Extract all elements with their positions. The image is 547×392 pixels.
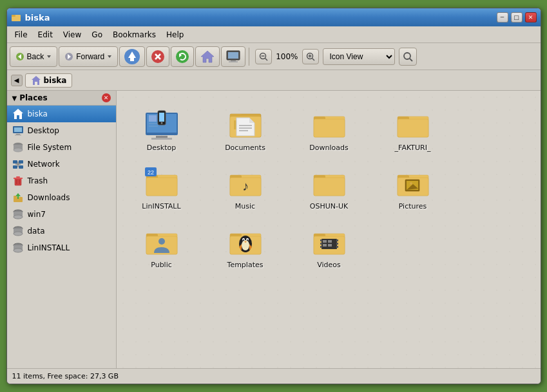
menu-bookmarks[interactable]: Bookmarks bbox=[108, 28, 161, 41]
maximize-button[interactable]: □ bbox=[511, 12, 523, 23]
documents-file-icon bbox=[227, 107, 264, 141]
lininstall-sidebar-icon bbox=[12, 242, 24, 254]
sidebar-item-desktop[interactable]: Desktop bbox=[7, 122, 116, 139]
svg-line-29 bbox=[410, 59, 412, 61]
svg-rect-132 bbox=[320, 243, 322, 245]
stop-icon bbox=[151, 50, 165, 64]
back-button[interactable]: Back bbox=[10, 46, 58, 67]
svg-rect-134 bbox=[336, 239, 338, 241]
file-item-fakturi[interactable]: _FAKTURI_ bbox=[381, 104, 445, 156]
svg-rect-46 bbox=[14, 178, 23, 179]
reload-icon bbox=[175, 50, 189, 64]
sidebar-close-button[interactable]: ✕ bbox=[102, 93, 111, 102]
location-back-arrow[interactable]: ◀ bbox=[11, 75, 23, 86]
file-item-downloads[interactable]: Downloads bbox=[297, 104, 361, 156]
status-text: 11 items, Free space: 27,3 GB bbox=[12, 372, 119, 380]
view-select[interactable]: Icon View List View Compact View bbox=[323, 48, 395, 65]
sidebar-item-win7[interactable]: win7 bbox=[7, 206, 116, 223]
file-item-music[interactable]: ♪ Music bbox=[213, 162, 278, 214]
file-item-desktop[interactable]: Desktop bbox=[130, 104, 194, 156]
menu-file[interactable]: File bbox=[10, 28, 33, 41]
videos-file-icon bbox=[311, 225, 347, 258]
toolbar: Back Forward bbox=[7, 43, 541, 70]
sidebar-item-downloads[interactable]: Downloads bbox=[7, 189, 116, 206]
file-item-videos[interactable]: Videos bbox=[297, 221, 361, 273]
close-button[interactable]: ✕ bbox=[525, 12, 537, 23]
sidebar-item-data[interactable]: data bbox=[7, 223, 116, 239]
computer-button[interactable] bbox=[221, 46, 245, 67]
sidebar-item-filesystem[interactable]: File System bbox=[7, 139, 116, 156]
network-icon bbox=[12, 158, 24, 170]
forward-icon bbox=[64, 52, 73, 61]
svg-marker-31 bbox=[13, 109, 23, 119]
minimize-button[interactable]: ─ bbox=[497, 12, 508, 23]
sidebar-item-network[interactable]: Network bbox=[7, 156, 116, 173]
sidebar-item-trash[interactable]: Trash bbox=[7, 173, 116, 189]
desktop-label: Desktop bbox=[147, 144, 176, 152]
forward-arrow-icon bbox=[107, 54, 112, 59]
up-button[interactable] bbox=[119, 46, 145, 67]
menu-edit[interactable]: Edit bbox=[33, 28, 58, 41]
svg-rect-129 bbox=[323, 244, 327, 247]
path-home-icon bbox=[31, 75, 41, 86]
menu-go[interactable]: Go bbox=[86, 28, 108, 41]
desktop-file-icon bbox=[144, 107, 180, 141]
filesystem-icon bbox=[12, 142, 24, 153]
zoom-out-button[interactable] bbox=[255, 49, 272, 64]
view-select-wrap: Icon View List View Compact View bbox=[323, 48, 395, 65]
biska-home-icon bbox=[12, 108, 24, 120]
location-path: biska bbox=[25, 73, 73, 88]
fakturi-label: _FAKTURI_ bbox=[395, 144, 431, 152]
svg-rect-71 bbox=[159, 113, 164, 122]
zoom-level: 100% bbox=[273, 52, 300, 61]
home-button[interactable] bbox=[195, 46, 220, 67]
sidebar-item-biska[interactable]: biska bbox=[7, 106, 116, 122]
public-file-icon bbox=[144, 225, 180, 258]
svg-rect-87 bbox=[398, 119, 428, 137]
pictures-file-icon bbox=[395, 166, 431, 200]
music-file-icon: ♪ bbox=[227, 166, 264, 200]
sidebar-item-lininstall[interactable]: LinINSTALL bbox=[7, 239, 116, 256]
menu-help[interactable]: Help bbox=[161, 28, 189, 41]
zoom-in-button[interactable] bbox=[302, 49, 319, 64]
sidebar-label-win7: win7 bbox=[28, 210, 46, 219]
svg-marker-4 bbox=[47, 55, 51, 58]
sidebar-label-desktop: Desktop bbox=[28, 126, 60, 135]
svg-line-27 bbox=[312, 58, 314, 61]
file-item-public[interactable]: Public bbox=[130, 221, 194, 273]
stop-button[interactable] bbox=[146, 46, 169, 67]
trash-icon bbox=[12, 175, 24, 187]
svg-point-110 bbox=[158, 238, 165, 245]
file-item-templates[interactable]: Templates bbox=[213, 221, 278, 273]
sidebar-label-filesystem: File System bbox=[28, 143, 72, 152]
svg-rect-67 bbox=[149, 115, 157, 122]
sidebar-label-network: Network bbox=[28, 160, 60, 169]
svg-marker-30 bbox=[32, 76, 41, 85]
fakturi-file-icon bbox=[395, 107, 431, 141]
svg-point-14 bbox=[176, 50, 189, 63]
svg-rect-66 bbox=[151, 138, 172, 140]
file-item-documents[interactable]: Documents bbox=[213, 104, 278, 156]
svg-text:22: 22 bbox=[147, 169, 153, 176]
search-button[interactable] bbox=[399, 48, 417, 66]
svg-rect-10 bbox=[130, 58, 134, 61]
menubar: File Edit View Go Bookmarks Help bbox=[7, 26, 541, 43]
file-item-oshun[interactable]: OSHUN-UK bbox=[297, 162, 361, 214]
reload-button[interactable] bbox=[171, 46, 194, 67]
svg-rect-53 bbox=[17, 196, 19, 199]
svg-rect-136 bbox=[336, 246, 338, 248]
menu-view[interactable]: View bbox=[58, 28, 86, 41]
zoom-out-icon bbox=[259, 52, 268, 61]
statusbar: 11 items, Free space: 27,3 GB bbox=[7, 368, 541, 384]
file-item-lininstall[interactable]: 22 LinINSTALL bbox=[130, 162, 194, 214]
oshun-label: OSHUN-UK bbox=[310, 202, 348, 210]
templates-label: Templates bbox=[227, 261, 264, 269]
lininstall-label: LinINSTALL bbox=[142, 202, 180, 210]
file-item-pictures[interactable]: Pictures bbox=[381, 162, 445, 214]
home-icon bbox=[200, 49, 215, 64]
forward-button[interactable]: Forward bbox=[59, 46, 118, 67]
svg-text:♪: ♪ bbox=[242, 179, 249, 193]
sidebar-arrow[interactable]: ▼ bbox=[12, 95, 17, 102]
window-icon bbox=[11, 12, 21, 23]
search-icon bbox=[403, 51, 413, 62]
